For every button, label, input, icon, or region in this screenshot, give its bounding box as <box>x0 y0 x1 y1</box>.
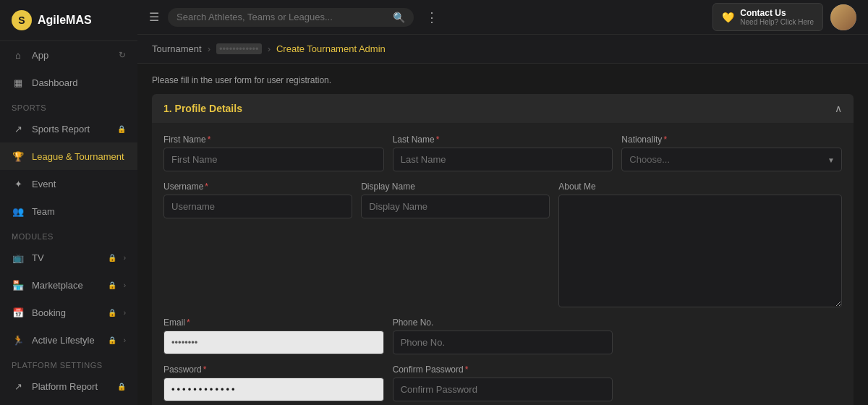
last-name-input[interactable] <box>393 148 613 171</box>
sidebar-item-event[interactable]: ✦ Event <box>0 170 137 197</box>
section1-title: 1. Profile Details <box>163 103 242 114</box>
active-lifestyle-chevron-icon: › <box>124 336 126 344</box>
nationality-select[interactable]: Choose... <box>621 148 842 171</box>
chart-icon: ↗ <box>12 122 25 135</box>
breadcrumb-tournament[interactable]: Tournament <box>152 43 202 54</box>
calendar-icon: 📅 <box>12 306 25 319</box>
sidebar-item-platform-report[interactable]: ↗ Platform Report 🔒 <box>0 372 137 400</box>
marketplace-chevron-icon: › <box>124 281 126 289</box>
confirm-password-input[interactable] <box>393 378 613 401</box>
first-name-input[interactable] <box>163 148 384 171</box>
nationality-label: Nationality* <box>621 135 842 145</box>
contact-button[interactable]: 💛 Contact Us Need Help? Click Here <box>712 3 823 31</box>
breadcrumb-arena[interactable]: •••••••••••• <box>216 43 262 54</box>
sidebar-item-marketplace[interactable]: 🏪 Marketplace 🔒 › <box>0 271 137 299</box>
sidebar-item-tv[interactable]: 📺 TV 🔒 › <box>0 244 137 271</box>
booking-label: Booking <box>32 307 98 318</box>
form-row-2: Username* Display Name About Me <box>163 182 842 307</box>
sidebar-item-app-label: App <box>32 50 111 61</box>
logo-icon: S <box>12 10 32 30</box>
search-icon: 🔍 <box>393 12 405 23</box>
form-hint: Please fill in the user form for user re… <box>152 75 854 85</box>
booking-lock-icon: 🔒 <box>108 309 116 317</box>
password-group: Password* <box>163 364 384 401</box>
sidebar-logo: S AgileMAS <box>0 0 137 41</box>
last-name-group: Last Name* <box>393 135 613 171</box>
phone-label: Phone No. <box>393 317 613 328</box>
tv-icon: 📺 <box>12 251 25 264</box>
section-sports: Sports <box>0 96 137 115</box>
section1-collapse-icon[interactable]: ∧ <box>835 103 842 114</box>
form-row-4: Password* Confirm Password* <box>163 364 842 401</box>
avatar[interactable] <box>830 4 856 30</box>
tv-chevron-icon: › <box>124 254 126 262</box>
display-name-label: Display Name <box>361 182 550 192</box>
users-icon: 👥 <box>12 205 25 218</box>
sidebar: S AgileMAS ⌂ App ↻ ▦ Dashboard Sports ↗ … <box>0 0 137 405</box>
username-group: Username* <box>163 182 352 307</box>
sidebar-item-active-lifestyle[interactable]: 🏃 Active Lifestyle 🔒 › <box>0 326 137 354</box>
topbar-right: 💛 Contact Us Need Help? Click Here <box>712 3 856 31</box>
league-tournament-label: League & Tournament <box>32 151 126 162</box>
confirm-password-label: Confirm Password* <box>393 364 613 375</box>
run-icon: 🏃 <box>12 333 25 346</box>
section-platform: Platform Settings <box>0 354 137 372</box>
email-input[interactable] <box>163 331 384 354</box>
hamburger-icon[interactable]: ☰ <box>149 10 159 24</box>
password-input[interactable] <box>163 378 384 401</box>
search-bar: 🔍 <box>168 8 414 27</box>
form-container: Please fill in the user form for user re… <box>137 64 868 405</box>
trophy-icon: 🏆 <box>12 150 25 163</box>
section1-header: 1. Profile Details ∧ <box>152 94 854 123</box>
password-label: Password* <box>163 364 384 375</box>
marketplace-lock-icon: 🔒 <box>108 281 116 289</box>
contact-text: Contact Us Need Help? Click Here <box>740 8 814 26</box>
sidebar-item-booking[interactable]: 📅 Booking 🔒 › <box>0 299 137 326</box>
event-label: Event <box>32 179 126 189</box>
home-icon: ⌂ <box>12 48 25 61</box>
active-lifestyle-lock-icon: 🔒 <box>108 336 116 344</box>
about-me-textarea[interactable] <box>558 195 842 307</box>
sidebar-item-app[interactable]: ⌂ App ↻ <box>0 41 137 69</box>
contact-sub: Need Help? Click Here <box>740 18 814 26</box>
email-label: Email* <box>163 317 384 328</box>
sports-report-label: Sports Report <box>32 124 107 135</box>
search-input[interactable] <box>176 12 387 22</box>
platform-chart-icon: ↗ <box>12 380 25 393</box>
sidebar-item-dashboard[interactable]: ▦ Dashboard <box>0 69 137 96</box>
shop-icon: 🏪 <box>12 278 25 291</box>
active-lifestyle-label: Active Lifestyle <box>32 335 98 346</box>
tv-label: TV <box>32 252 98 263</box>
phone-group: Phone No. <box>393 317 613 354</box>
section-modules: Modules <box>0 225 137 244</box>
sidebar-item-sports-report[interactable]: ↗ Sports Report 🔒 <box>0 115 137 142</box>
form-row-1: First Name* Last Name* Nationality* <box>163 135 842 171</box>
about-me-label: About Me <box>558 182 842 192</box>
section1-body: First Name* Last Name* Nationality* <box>152 123 854 405</box>
username-input[interactable] <box>163 195 352 218</box>
contact-title: Contact Us <box>740 8 814 18</box>
more-icon[interactable]: ⋮ <box>425 9 438 25</box>
nationality-select-wrapper: Choose... <box>621 148 842 171</box>
sidebar-item-dashboard-label: Dashboard <box>32 77 126 88</box>
refresh-icon: ↻ <box>119 50 126 60</box>
last-name-label: Last Name* <box>393 135 613 145</box>
nationality-group: Nationality* Choose... <box>621 135 842 171</box>
platform-lock-icon: 🔒 <box>117 383 126 391</box>
lock-icon: 🔒 <box>117 125 126 133</box>
breadcrumb-current: Create Tournament Admin <box>276 43 386 54</box>
event-icon: ✦ <box>12 177 25 190</box>
email-group: Email* <box>163 317 384 354</box>
display-name-input[interactable] <box>361 195 550 218</box>
form-row-3: Email* Phone No. <box>163 317 842 354</box>
first-name-label: First Name* <box>163 135 384 145</box>
main-content: ☰ 🔍 ⋮ 💛 Contact Us Need Help? Click Here… <box>137 0 868 405</box>
first-name-group: First Name* <box>163 135 384 171</box>
sidebar-item-league-tournament[interactable]: 🏆 League & Tournament <box>0 142 137 170</box>
display-name-group: Display Name <box>361 182 550 307</box>
tv-lock-icon: 🔒 <box>108 254 116 262</box>
sidebar-item-team[interactable]: 👥 Team <box>0 197 137 225</box>
breadcrumb-sep-2: › <box>268 43 271 54</box>
phone-input[interactable] <box>393 331 613 354</box>
form-content: Please fill in the user form for user re… <box>137 64 868 405</box>
